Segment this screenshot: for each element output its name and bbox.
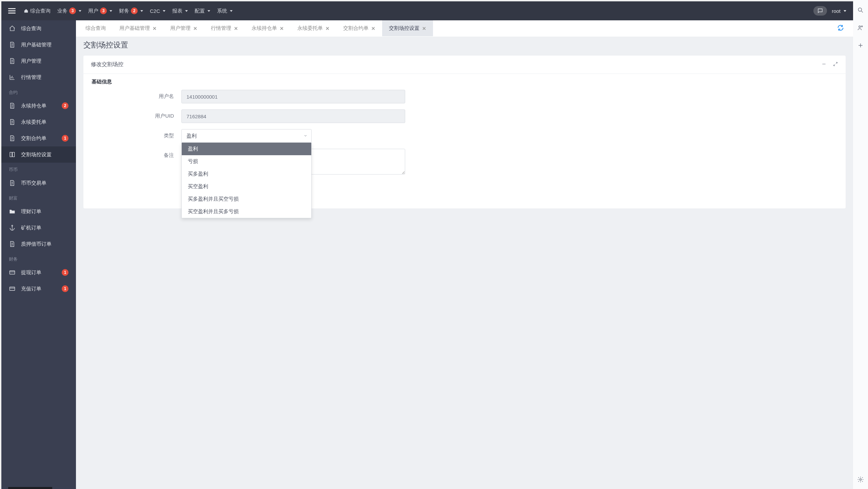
add-icon[interactable] — [857, 42, 864, 49]
sidebar-item-tixiandingdan[interactable]: 提现订单1 — [1, 264, 76, 281]
tab[interactable]: 用户基础管理✕ — [113, 20, 163, 36]
nav-item[interactable]: 业务3 — [57, 7, 81, 14]
tab[interactable]: 综合查询 — [79, 20, 113, 36]
label-remark: 备注 — [92, 149, 181, 159]
sidebar-item-yongxuweituodan[interactable]: 永续委托单 — [1, 114, 76, 130]
sidebar-item-zonghechaxun[interactable]: 综合查询 — [1, 20, 76, 37]
badge: 1 — [62, 269, 68, 276]
close-icon[interactable]: ✕ — [371, 26, 375, 31]
sidebar-item-licaidingdan[interactable]: 理财订单 — [1, 203, 76, 220]
sidebar-item-label: 用户管理 — [21, 58, 41, 64]
caret-down-icon — [844, 10, 846, 12]
panel-expand-button[interactable] — [833, 61, 838, 68]
folder-icon — [9, 208, 16, 215]
sidebar-item-label: 质押借币订单 — [21, 241, 52, 247]
caret-down-icon — [163, 10, 165, 12]
type-dropdown: 盈利亏损买多盈利买空盈利买多盈利并且买空亏损买空盈利并且买多亏损 — [181, 143, 312, 218]
type-select[interactable]: 盈利 — [181, 129, 312, 143]
user-menu[interactable]: root — [832, 8, 848, 14]
home-icon — [9, 25, 16, 32]
tab[interactable]: 行情管理✕ — [204, 20, 245, 36]
close-icon[interactable]: ✕ — [280, 26, 284, 31]
panel-minimize-button[interactable] — [821, 61, 827, 68]
sidebar-item-yonghujichuguanli[interactable]: 用户基础管理 — [1, 37, 76, 53]
refresh-button[interactable] — [831, 21, 850, 36]
tab-label: 用户管理 — [170, 25, 191, 32]
os-right-sidebar — [853, 0, 868, 489]
nav-item[interactable]: 财务2 — [119, 7, 143, 14]
badge: 3 — [69, 7, 76, 14]
close-icon[interactable]: ✕ — [422, 26, 426, 31]
sidebar-item-label: 充值订单 — [21, 286, 41, 292]
tab[interactable]: 交割场控设置✕ — [382, 20, 433, 36]
svg-point-6 — [860, 479, 862, 481]
sidebar-item-yongxuchicangdan[interactable]: 永续持仓单2 — [1, 98, 76, 114]
chat-button[interactable] — [813, 6, 827, 16]
sidebar-item-bibijiaoyidan[interactable]: 币币交易单 — [1, 175, 76, 191]
svg-point-3 — [858, 8, 862, 11]
people-icon[interactable] — [857, 24, 864, 31]
nav-item[interactable]: 报表 — [172, 8, 188, 14]
doc-icon — [9, 119, 16, 125]
dropdown-option[interactable]: 买空盈利 — [182, 180, 311, 193]
nav-item-label: 用户 — [88, 8, 98, 14]
dropdown-option[interactable]: 买多盈利并且买空亏损 — [182, 193, 311, 205]
close-icon[interactable]: ✕ — [153, 26, 157, 31]
nav-item[interactable]: C2C — [150, 8, 165, 14]
sidebar-item-label: 币币交易单 — [21, 180, 46, 186]
close-icon[interactable]: ✕ — [326, 26, 330, 31]
nav-item[interactable]: 综合查询 — [24, 8, 51, 14]
tab[interactable]: 用户管理✕ — [163, 20, 204, 36]
tab[interactable]: 永续委托单✕ — [291, 20, 336, 36]
tab[interactable]: 永续持仓单✕ — [245, 20, 291, 36]
caret-down-icon — [110, 10, 112, 12]
username-input — [181, 90, 405, 103]
label-uid: 用户UID — [92, 109, 181, 119]
close-icon[interactable]: ✕ — [193, 26, 197, 31]
dropdown-option[interactable]: 买空盈利并且买多亏损 — [182, 205, 311, 218]
tab-bar: 综合查询用户基础管理✕用户管理✕行情管理✕永续持仓单✕永续委托单✕交割合约单✕交… — [76, 20, 853, 37]
sidebar-item-label: 行情管理 — [21, 74, 41, 81]
card-icon — [9, 285, 16, 292]
dropdown-option[interactable]: 买多盈利 — [182, 168, 311, 180]
caret-down-icon — [185, 10, 188, 12]
sidebar-item-label: 提现订单 — [21, 269, 41, 276]
book-icon — [9, 151, 16, 158]
sidebar-item-label: 综合查询 — [21, 25, 41, 32]
dropdown-option[interactable]: 亏损 — [182, 155, 311, 168]
badge: 3 — [100, 7, 107, 14]
nav-item-label: 配置 — [195, 8, 205, 14]
nav-item[interactable]: 配置 — [195, 8, 210, 14]
svg-rect-1 — [10, 271, 15, 274]
panel-title: 修改交割场控 — [91, 61, 815, 68]
badge: 2 — [62, 102, 68, 109]
nav-item[interactable]: 用户3 — [88, 7, 112, 14]
tab[interactable]: 交割合约单✕ — [336, 20, 382, 36]
tab-label: 交割场控设置 — [389, 25, 419, 32]
close-icon[interactable]: ✕ — [234, 26, 238, 31]
sidebar-item-label: 用户基础管理 — [21, 42, 52, 48]
menu-toggle-button[interactable] — [6, 5, 18, 17]
dropdown-option[interactable]: 盈利 — [182, 143, 311, 155]
sidebar-item-jiaogechangkongshezhi[interactable]: 交割场控设置 — [1, 146, 76, 163]
sidebar-item-jiaogeheyuedan[interactable]: 交割合约单1 — [1, 130, 76, 146]
doc-icon — [9, 241, 16, 247]
nav-item[interactable]: 系统 — [217, 8, 233, 14]
sidebar-item-chongzhidingdan[interactable]: 充值订单1 — [1, 281, 76, 297]
sidebar-item-hangqingguanli[interactable]: 行情管理 — [1, 69, 76, 85]
badge: 1 — [62, 135, 68, 142]
nav-item-label: C2C — [150, 8, 160, 14]
doc-icon — [9, 41, 16, 48]
search-icon[interactable] — [857, 7, 864, 14]
doc-icon — [9, 135, 16, 142]
sidebar-item-yonghuguanli[interactable]: 用户管理 — [1, 53, 76, 69]
sidebar-item-kuangjidingdan[interactable]: 矿机订单 — [1, 220, 76, 236]
chart-icon — [9, 74, 16, 81]
tab-label: 永续委托单 — [297, 25, 323, 32]
user-name: root — [832, 8, 841, 14]
svg-rect-2 — [10, 287, 15, 290]
sidebar-item-label: 永续持仓单 — [21, 103, 46, 109]
settings-icon[interactable] — [857, 476, 864, 483]
sidebar-item-label: 交割场控设置 — [21, 151, 52, 158]
sidebar-item-zhiyajiebi[interactable]: 质押借币订单 — [1, 236, 76, 252]
